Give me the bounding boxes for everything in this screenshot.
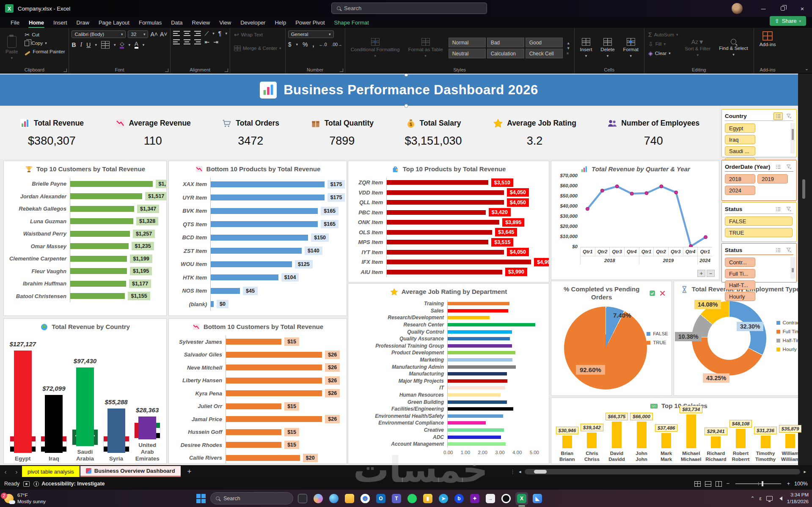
chart-zoom-out-button[interactable]: −: [707, 270, 715, 277]
align-left-icon[interactable]: [173, 39, 180, 44]
app-file-explorer[interactable]: [343, 492, 356, 505]
align-middle-icon[interactable]: [184, 31, 190, 36]
horizontal-scrollbar[interactable]: [525, 469, 801, 474]
decrease-font-icon[interactable]: A˅: [160, 31, 168, 37]
app-teams[interactable]: T: [390, 492, 403, 505]
clear-button[interactable]: ◈Clear▾: [647, 49, 680, 57]
app-stream[interactable]: →: [484, 492, 497, 505]
tab-formulas[interactable]: Formulas: [134, 18, 166, 27]
fill-color-icon[interactable]: ◇: [120, 41, 124, 49]
minimize-button[interactable]: ─: [754, 0, 773, 17]
find-select-button[interactable]: Find & Select▾: [716, 30, 751, 66]
sort-filter-button[interactable]: AZ▼Sort & Filter▾: [682, 30, 714, 66]
increase-font-icon[interactable]: A˄: [150, 31, 158, 37]
insert-cells-button[interactable]: Insert▾: [577, 30, 595, 66]
tab-file[interactable]: File: [6, 18, 24, 27]
network-icon[interactable]: [766, 496, 773, 501]
align-center-icon[interactable]: [184, 39, 190, 44]
slicer-item[interactable]: Hourly: [725, 292, 755, 301]
borders-icon[interactable]: [101, 41, 110, 49]
new-sheet-button[interactable]: +: [182, 467, 198, 476]
zoom-in-icon[interactable]: +: [787, 481, 790, 487]
sheet-nav-left-icon[interactable]: ‹: [0, 468, 11, 475]
slicer-scrollbar[interactable]: [790, 257, 795, 279]
clock[interactable]: 3:34 PM1/18/2026: [787, 492, 809, 505]
app-photos[interactable]: ◣: [531, 492, 544, 505]
style-neutral[interactable]: Neutral: [449, 49, 486, 58]
chart-top10-products[interactable]: Top 10 Products by Total RevenueZQR Item…: [348, 161, 549, 282]
paste-button[interactable]: Paste▾: [3, 30, 21, 66]
search-box[interactable]: Search: [331, 3, 487, 14]
slicer-item[interactable]: Iraq: [725, 135, 755, 144]
comma-icon[interactable]: ,: [312, 41, 314, 48]
cut-button[interactable]: ✂Cut: [23, 30, 66, 38]
app-excel[interactable]: X: [515, 492, 528, 505]
multi-select-icon[interactable]: [773, 206, 783, 213]
app-power-bi[interactable]: ▮: [421, 492, 434, 505]
dashboard-title-banner[interactable]: Business Performance Dashboard 2026: [0, 74, 798, 106]
sheet-nav-right-icon[interactable]: ›: [11, 468, 22, 475]
app-edge[interactable]: [328, 492, 340, 505]
chart-top10-salaries[interactable]: Top 10 Salaries$30,946Brian Briann$39,14…: [551, 397, 806, 464]
styles-gallery-scroll[interactable]: ▲▼≡: [565, 41, 572, 55]
tab-developer[interactable]: Developer: [236, 18, 270, 27]
slicer-item[interactable]: Egypt: [725, 123, 755, 133]
chart-zoom-in-button[interactable]: +: [697, 270, 705, 277]
weather-widget[interactable]: 2 67°FMostly sunny: [0, 492, 72, 505]
chart-revenue-country[interactable]: Total Revenue by Country$127,127Egypt$72…: [3, 318, 167, 464]
tab-draw[interactable]: Draw: [72, 18, 94, 27]
scrollbar-thumb[interactable]: [802, 179, 805, 199]
tab-home[interactable]: Home: [24, 18, 49, 27]
multi-select-icon[interactable]: [773, 112, 783, 120]
tray-expand-icon[interactable]: ⌃: [750, 496, 754, 502]
page-layout-view-icon[interactable]: [705, 481, 711, 487]
tab-page-layout[interactable]: Page Layout: [94, 18, 134, 27]
share-button[interactable]: ⇧Share▾: [770, 16, 806, 26]
collapse-ribbon-icon[interactable]: ⌄: [805, 66, 809, 71]
wrap-text-button[interactable]: ↩Wrap Text: [233, 30, 283, 38]
slicer-item[interactable]: 2024: [725, 186, 755, 195]
style-calculation[interactable]: Calculation: [487, 49, 524, 58]
alignment-dialog-launcher[interactable]: [225, 69, 228, 72]
chart-job-rating-department[interactable]: Average Job Rating by DepartmentTraining…: [348, 283, 549, 464]
style-normal[interactable]: Normal: [449, 38, 486, 47]
align-right-icon[interactable]: [194, 39, 201, 44]
avatar[interactable]: [732, 3, 743, 14]
number-format-combo[interactable]: General▾: [288, 30, 334, 38]
style-check-cell[interactable]: Check Cell: [526, 49, 563, 58]
bold-button[interactable]: B: [72, 41, 76, 48]
chart-bottom10-products[interactable]: Bottom 10 Products by Total RevenueXAX I…: [168, 161, 347, 316]
tab-view[interactable]: View: [215, 18, 236, 27]
app-copilot[interactable]: [312, 492, 325, 505]
clear-filter-icon[interactable]: [784, 247, 793, 254]
chart-revenue-quarter-year[interactable]: Total Revenue by Quarter & Year$70,000$6…: [551, 161, 719, 280]
sheet-tab-pivot-table-analysis[interactable]: pivot table analysis: [22, 466, 80, 477]
font-size-combo[interactable]: 32▾: [128, 30, 148, 38]
chart-completed-vs-pending[interactable]: % Completed vs Pending Orders7.40%92.60%…: [551, 281, 672, 396]
hscroll-right-icon[interactable]: ▸: [804, 469, 806, 474]
slicer-item[interactable]: TRUE: [725, 228, 793, 237]
multi-select-icon[interactable]: [773, 163, 783, 171]
tab-data[interactable]: Data: [166, 18, 187, 27]
hscroll-thumb[interactable]: [534, 470, 547, 474]
tab-shape-format[interactable]: Shape Format: [330, 18, 374, 27]
zoom-out-icon[interactable]: −: [726, 481, 729, 487]
slicer-item[interactable]: Saudi ...: [725, 146, 755, 156]
percent-icon[interactable]: %: [303, 41, 308, 48]
app-telegram[interactable]: ➤: [437, 492, 450, 505]
tab-help[interactable]: Help: [270, 18, 291, 27]
vertical-scrollbar[interactable]: [798, 74, 812, 465]
app-task-view[interactable]: [296, 492, 309, 505]
style-good[interactable]: Good: [526, 38, 563, 47]
close-button[interactable]: ×: [793, 0, 812, 17]
delete-cells-button[interactable]: Delete▾: [597, 30, 617, 66]
font-dialog-launcher[interactable]: [165, 69, 168, 72]
chart-top10-customers[interactable]: Top 10 Customers by Total RevenueBrielle…: [3, 161, 167, 316]
number-dialog-launcher[interactable]: [340, 69, 343, 72]
language-indicator[interactable]: ε: [759, 496, 761, 502]
selection-handle[interactable]: [404, 104, 408, 108]
multi-select-icon[interactable]: [773, 247, 783, 254]
clear-filter-icon[interactable]: [784, 163, 793, 171]
slicer-status-3[interactable]: StatusContr...Full Ti...Half-T...Hourly: [721, 243, 797, 282]
slicer-item[interactable]: Half-T...: [725, 280, 755, 290]
